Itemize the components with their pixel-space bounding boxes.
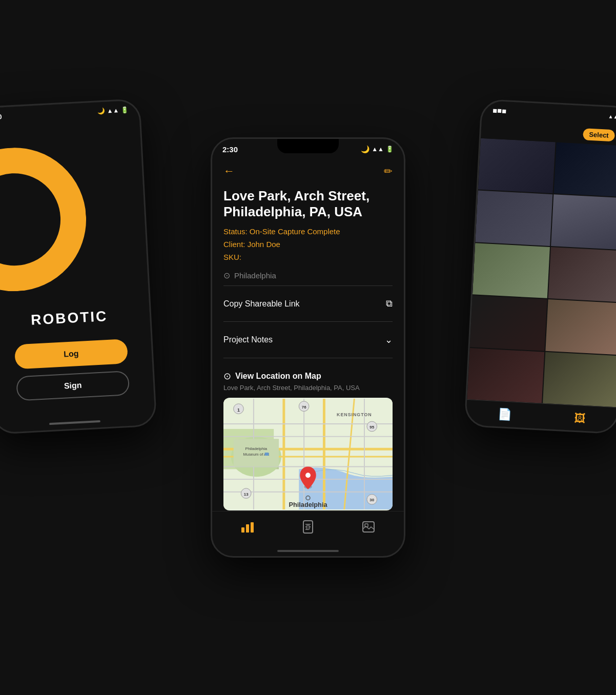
center-status-icons: 🌙 ▲▲ 🔋 xyxy=(361,145,394,153)
center-content: ← ✏ Love Park, Arch Street, Philadelphia… xyxy=(212,159,404,511)
svg-text:76: 76 xyxy=(302,405,306,410)
svg-point-33 xyxy=(305,473,311,478)
home-indicator xyxy=(212,542,404,556)
pin-icon: ⊙ xyxy=(223,271,230,280)
svg-text:30: 30 xyxy=(369,498,374,503)
svg-text:Philadelphia: Philadelphia xyxy=(245,447,267,452)
gallery-item[interactable] xyxy=(548,247,616,302)
gallery-item[interactable] xyxy=(473,243,550,298)
svg-text:13: 13 xyxy=(244,492,249,497)
svg-rect-31 xyxy=(265,453,269,456)
bar-chart-icon xyxy=(241,521,254,533)
home-indicator xyxy=(49,420,100,425)
svg-text:KENSINGTON: KENSINGTON xyxy=(337,413,372,418)
chevron-down-icon: ⌄ xyxy=(385,334,393,345)
project-sku: SKU: xyxy=(223,253,393,261)
gallery-item[interactable] xyxy=(470,295,547,351)
svg-text:Philadelphia: Philadelphia xyxy=(289,501,327,509)
photo-gallery xyxy=(467,138,616,407)
gallery-nav-button[interactable] xyxy=(357,516,380,538)
left-status-icons: 🌙 ▲▲ 🔋 xyxy=(97,106,129,115)
divider-3 xyxy=(223,358,393,358)
gallery-item[interactable] xyxy=(543,352,616,407)
map-container[interactable]: 1 76 95 13 30 KENSINGTON Philad xyxy=(223,398,393,510)
view-location-section: ⊙ View Location on Map Love Park, Arch S… xyxy=(223,363,393,511)
phone-notch xyxy=(277,139,339,153)
gallery-item[interactable] xyxy=(475,191,552,246)
gallery-icon[interactable]: 🖼 xyxy=(574,411,586,425)
map-pin-icon: ⊙ xyxy=(223,371,231,382)
brand-name: ROBOTIC xyxy=(30,308,108,329)
project-notes-label: Project Notes xyxy=(223,335,273,344)
files-icon[interactable]: 📄 xyxy=(497,407,511,421)
document-icon xyxy=(302,520,314,534)
svg-rect-38 xyxy=(251,522,254,533)
location-input-row: ⊙ Philadelphia xyxy=(223,271,393,280)
location-input[interactable]: Philadelphia xyxy=(234,271,276,280)
project-status: Status: On-Site Capture Complete xyxy=(223,227,393,236)
back-button[interactable]: ← xyxy=(223,165,235,178)
images-icon xyxy=(362,521,375,533)
center-phone: 2:30 🌙 ▲▲ 🔋 ← ✏ Love Park, Arch Street, … xyxy=(211,137,405,558)
view-location-address: Love Park, Arch Street, Philadelphia, PA… xyxy=(223,384,393,392)
project-notes-row[interactable]: Project Notes ⌄ xyxy=(223,327,393,353)
map-svg: 1 76 95 13 30 KENSINGTON Philad xyxy=(223,398,393,510)
select-button[interactable]: Select xyxy=(583,128,615,141)
gallery-item[interactable] xyxy=(551,195,616,250)
project-client: Client: John Doe xyxy=(223,240,393,249)
copy-link-row[interactable]: Copy Shareable Link ⧉ xyxy=(223,291,393,316)
svg-rect-37 xyxy=(246,524,249,533)
location-title: Love Park, Arch Street, Philadelphia, PA… xyxy=(223,188,393,220)
bottom-navigation xyxy=(212,511,404,542)
copy-link-label: Copy Shareable Link xyxy=(223,299,300,309)
svg-text:95: 95 xyxy=(369,425,374,430)
copy-icon: ⧉ xyxy=(386,298,393,309)
divider-1 xyxy=(223,285,393,286)
center-time: 2:30 xyxy=(222,145,238,154)
login-button[interactable]: Log xyxy=(14,339,128,369)
gallery-item[interactable] xyxy=(553,142,616,197)
view-location-label: View Location on Map xyxy=(235,372,321,381)
top-navigation: ← ✏ xyxy=(223,165,393,178)
svg-rect-43 xyxy=(306,525,310,529)
signup-button[interactable]: Sign xyxy=(16,371,130,401)
svg-rect-36 xyxy=(241,527,244,533)
gallery-item[interactable] xyxy=(478,138,556,194)
view-location-row: ⊙ View Location on Map xyxy=(223,371,393,382)
gallery-item[interactable] xyxy=(467,348,544,403)
documents-nav-button[interactable] xyxy=(297,516,319,538)
gallery-item[interactable] xyxy=(545,299,616,355)
left-phone-time: 8:10 xyxy=(0,113,2,121)
svg-text:1: 1 xyxy=(237,407,240,413)
stats-nav-button[interactable] xyxy=(236,516,259,538)
divider-2 xyxy=(223,321,393,322)
right-phone: ◼◼◼ ▲▲🔋 Select + 📄 🖼 xyxy=(464,99,616,435)
svg-rect-44 xyxy=(363,522,374,532)
left-phone: 8:10 🌙 ▲▲ 🔋 ROBOTIC Log Sign xyxy=(0,98,157,435)
robotic-circle-arc xyxy=(0,144,90,295)
edit-button[interactable]: ✏ xyxy=(384,165,393,177)
